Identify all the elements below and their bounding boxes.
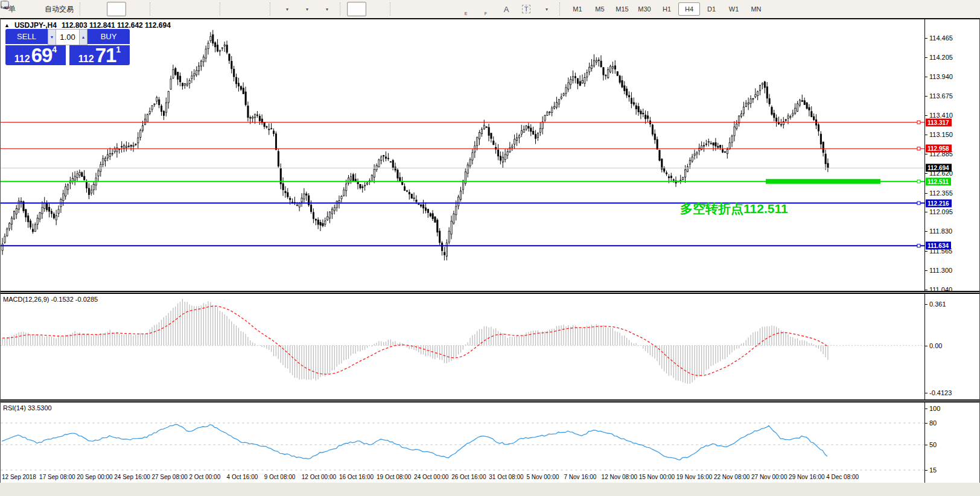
sell-price-prefix: 112 [14,54,30,65]
price-tick-label: 114.205 [929,54,953,61]
time-axis-label: 24 Sep 16:00 [114,474,150,480]
zoom-in-button[interactable] [157,2,176,16]
time-axis-label: 22 Nov 08:00 [714,474,750,480]
level-price-tag: 112.216 [926,199,952,207]
volume-decrease-button[interactable]: ▼ [48,29,56,45]
pane-divider[interactable] [1,291,979,294]
axis-tick-mark [925,270,928,271]
zoom-out-button[interactable] [177,2,196,16]
horizontal-line-button[interactable] [417,2,436,16]
equidistant-channel-button[interactable]: E [457,2,476,16]
line-chart-button[interactable] [127,2,146,16]
axis-tick-mark [925,290,928,290]
timeframe-button-h1[interactable]: H1 [656,2,678,16]
macd-tick-label: -0.4123 [929,389,952,396]
toolbar-group-cursor [347,2,386,16]
axis-tick-mark [925,393,928,393]
axis-tick-mark [925,423,928,424]
vertical-line-button[interactable] [397,2,416,16]
timeframe-button-m15[interactable]: M15 [611,2,633,16]
time-axis-label: 4 Dec 08:00 [826,474,859,480]
time-axis-label: 31 Oct 08:00 [489,474,523,480]
toolbar-separator [340,2,345,16]
toolbar-group-chart-type [87,2,146,16]
buy-price-big: 71 [95,46,116,65]
price-tick-label: 111.830 [929,227,952,235]
candlestick-plot [1,19,924,291]
buy-price-prefix: 112 [78,54,94,65]
macd-plot [1,294,924,399]
timeframe-button-d1[interactable]: D1 [701,2,722,16]
dropdown-arrow-icon[interactable]: ▾ [286,7,288,12]
toolbar-separator [559,2,564,16]
sell-price-button[interactable]: 112 69 4 [5,45,66,65]
timeframe-button-m1[interactable]: M1 [567,2,588,16]
timeframe-button-m30[interactable]: M30 [634,2,655,16]
buy-price-button[interactable]: 112 71 1 [69,45,130,65]
templates-button[interactable]: ▾ [317,2,336,16]
rsi-header: RSI(14) 33.5300 [3,404,52,412]
timeframe-button-w1[interactable]: W1 [723,2,745,16]
time-axis[interactable]: 12 Sep 201817 Sep 08:0020 Sep 00:0024 Se… [1,474,924,482]
rsi-tick-label: 50 [929,441,937,448]
main-toolbar: 单 自动交易 [0,0,980,18]
text-button[interactable]: A [497,2,516,16]
history-center-button[interactable] [22,2,42,16]
text-label-button[interactable]: T [517,2,536,16]
time-axis-label: 5 Nov 00:00 [526,474,559,480]
dropdown-arrow-icon[interactable]: ▾ [546,7,548,12]
sell-label: SELL [17,32,36,41]
axis-tick-mark [925,38,928,39]
symbol-period-label: USDJPY-,H4 [14,21,57,30]
time-axis-label: 26 Oct 16:00 [451,474,486,480]
time-axis-label: 19 Oct 08:00 [377,474,411,480]
collapse-icon[interactable]: ▲ [4,22,10,28]
toolbar-group-scroll [227,2,266,16]
time-axis-label: 12 Nov 08:00 [602,474,638,480]
timeframe-button-h4[interactable]: H4 [678,2,700,16]
fibonacci-button[interactable]: F [477,2,496,16]
time-axis-label: 12 Sep 2018 [2,474,36,480]
rsi-tick-label: 15 [929,466,937,474]
volume-increase-button[interactable]: ▲ [79,29,88,45]
time-axis-label: 12 Oct 00:00 [302,474,336,480]
candlestick-pane[interactable] [1,19,924,291]
pane-divider[interactable] [1,399,979,402]
axis-tick-mark [925,409,928,409]
toolbar-separator [80,2,84,16]
rsi-pane[interactable] [1,402,924,483]
macd-pane[interactable] [1,294,924,399]
axis-tick-mark [925,304,928,305]
axis-tick-mark [925,57,928,58]
dropdown-arrow-icon[interactable]: ▾ [306,7,308,12]
text-tool-label: A [504,5,509,14]
candlestick-chart-button[interactable] [107,2,126,16]
level-price-tag: 112.958 [926,145,952,153]
timeframe-button-mn[interactable]: MN [745,2,767,16]
sell-button[interactable]: SELL [5,29,48,45]
autotrading-button[interactable]: 自动交易 [42,2,76,16]
pivot-annotation[interactable]: 多空转折点112.511 [680,200,788,217]
arrows-button[interactable]: ▾ [536,2,556,16]
macd-tick-label: 0.00 [929,342,942,349]
dropdown-arrow-icon[interactable]: ▾ [326,7,328,12]
volume-input[interactable] [56,29,79,45]
auto-scroll-button[interactable] [227,2,246,16]
trendline-button[interactable] [437,2,456,16]
crosshair-button[interactable] [367,2,386,16]
community-chat-icon[interactable] [0,0,10,10]
time-axis-label: 4 Oct 16:00 [227,474,258,480]
buy-button[interactable]: BUY [88,29,130,45]
tile-windows-button[interactable] [197,2,216,16]
indicators-button[interactable]: ▾ [277,2,296,16]
chart-shift-button[interactable] [247,2,266,16]
plot-region[interactable]: ▲ USDJPY-,H4 112.803 112.841 112.642 112… [1,19,924,483]
axis-tick-mark [925,77,928,77]
autotrading-label: 自动交易 [45,4,74,14]
cursor-button[interactable] [347,2,366,16]
macd-header: MACD(12,26,9) -0.1532 -0.0285 [3,296,98,303]
price-axis[interactable]: 114.465114.205113.940113.675113.410113.1… [924,19,979,483]
bar-chart-button[interactable] [87,2,106,16]
timeframe-button-m5[interactable]: M5 [589,2,611,16]
periods-button[interactable]: ▾ [297,2,316,16]
